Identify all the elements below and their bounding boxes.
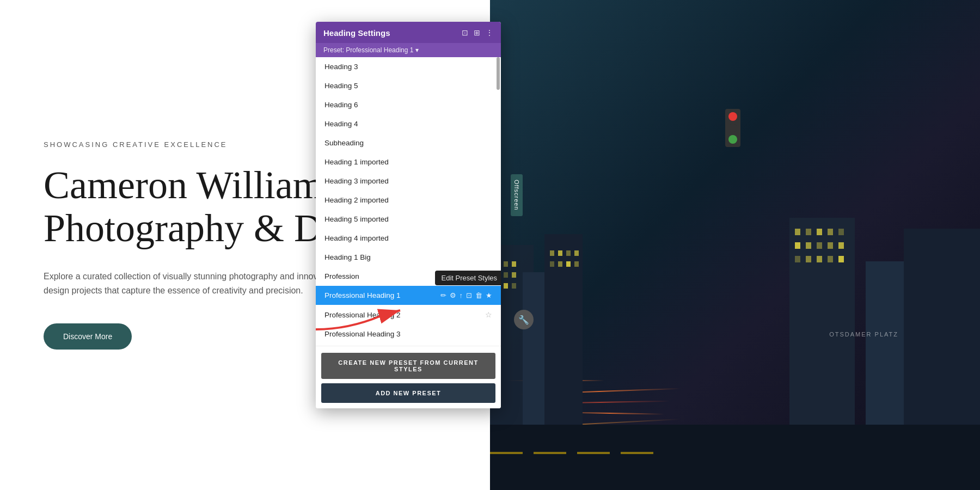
list-item-label: Heading 3 imported xyxy=(324,177,389,185)
list-item-heading4-imported[interactable]: Heading 4 imported xyxy=(316,229,501,248)
split-icon[interactable]: ⊞ xyxy=(474,28,480,38)
svg-rect-17 xyxy=(558,261,562,267)
panel-bottom: CREATE NEW PRESET FROM CURRENT STYLES AD… xyxy=(316,346,501,408)
star-icon-active[interactable]: ★ xyxy=(486,291,492,299)
list-item-label: Professional Heading 3 xyxy=(324,330,401,338)
list-item-heading3-imported[interactable]: Heading 3 imported xyxy=(316,171,501,191)
traffic-light-green xyxy=(728,135,737,144)
svg-rect-25 xyxy=(817,229,822,235)
description: Explore a curated collection of visually… xyxy=(44,270,359,297)
list-item-label: Heading 5 imported xyxy=(324,215,389,223)
list-item-professional-heading2[interactable]: Professional Heading 2 ☆ xyxy=(316,305,501,324)
list-item-label: Heading 6 xyxy=(324,101,358,109)
list-item-label: Professional Heading 2 xyxy=(324,311,401,319)
svg-rect-35 xyxy=(817,256,822,262)
svg-rect-18 xyxy=(566,261,571,267)
svg-rect-11 xyxy=(512,283,516,289)
svg-rect-38 xyxy=(490,425,980,490)
wrench-button[interactable]: 🔧 xyxy=(514,310,534,329)
svg-rect-10 xyxy=(504,283,508,289)
preset-list[interactable]: Heading 3 Heading 5 Heading 6 Heading 4 … xyxy=(316,57,501,346)
svg-rect-37 xyxy=(838,256,844,262)
list-item-heading3[interactable]: Heading 3 xyxy=(316,57,501,76)
svg-rect-29 xyxy=(806,242,811,249)
svg-rect-8 xyxy=(512,272,516,278)
svg-rect-7 xyxy=(504,272,508,278)
list-item-professional-heading1[interactable]: Professional Heading 1 ✏ Edit Preset Sty… xyxy=(316,286,501,305)
list-item-heading2-imported[interactable]: Heading 2 imported xyxy=(316,191,501,210)
list-item-heading4[interactable]: Heading 4 xyxy=(316,114,501,133)
sign-text-1: OTSDAMER PLATZ xyxy=(829,331,898,338)
svg-rect-40 xyxy=(534,452,566,454)
list-item-label: Heading 4 imported xyxy=(324,234,389,242)
svg-rect-36 xyxy=(828,256,833,262)
list-item-label: Heading 4 xyxy=(324,120,358,128)
list-item-label: Heading 3 xyxy=(324,63,358,71)
svg-rect-30 xyxy=(817,242,822,249)
list-item-profession[interactable]: Profession xyxy=(316,267,501,286)
panel-header: Heading Settings ⊡ ⊞ ⋮ xyxy=(316,22,501,43)
list-item-label: Professional Heading 1 xyxy=(324,291,401,299)
list-item-subheading[interactable]: Subheading xyxy=(316,133,501,152)
list-item-heading1-imported[interactable]: Heading 1 imported xyxy=(316,152,501,171)
svg-rect-13 xyxy=(558,250,562,256)
panel-header-icons: ⊡ ⊞ ⋮ xyxy=(462,28,493,38)
svg-rect-39 xyxy=(490,452,523,454)
list-item-label: Subheading xyxy=(324,139,364,147)
svg-rect-5 xyxy=(512,261,516,267)
list-item-heading6[interactable]: Heading 6 xyxy=(316,95,501,114)
svg-rect-31 xyxy=(828,242,833,249)
list-item-heading5-imported[interactable]: Heading 5 imported xyxy=(316,210,501,229)
discover-button[interactable]: Discover More xyxy=(44,323,132,350)
svg-rect-19 xyxy=(574,261,579,267)
copy-icon[interactable]: ⊡ xyxy=(466,291,472,299)
svg-rect-14 xyxy=(566,250,571,256)
svg-rect-26 xyxy=(828,229,833,235)
svg-rect-32 xyxy=(838,242,844,249)
svg-rect-42 xyxy=(621,452,653,454)
offscreen-pill: Offscreen xyxy=(511,174,523,216)
list-item-professional-heading3[interactable]: Professional Heading 3 xyxy=(316,324,501,344)
svg-rect-12 xyxy=(550,250,554,256)
traffic-light-yellow xyxy=(728,124,737,132)
item-actions: ✏ Edit Preset Styles ⚙ ↑ ⊡ 🗑 ★ xyxy=(440,291,493,299)
trash-icon[interactable]: 🗑 xyxy=(475,291,482,299)
pencil-icon[interactable]: ✏ Edit Preset Styles xyxy=(440,291,446,299)
svg-rect-15 xyxy=(574,250,579,256)
svg-rect-23 xyxy=(795,229,800,235)
svg-rect-24 xyxy=(806,229,811,235)
svg-rect-4 xyxy=(504,261,508,267)
svg-rect-34 xyxy=(806,256,811,262)
heading-settings-panel: Heading Settings ⊡ ⊞ ⋮ Preset: Professio… xyxy=(316,22,501,408)
list-item-heading1-big[interactable]: Heading 1 Big xyxy=(316,248,501,267)
traffic-light xyxy=(725,109,740,147)
list-item-label: Heading 1 imported xyxy=(324,158,389,166)
more-icon[interactable]: ⋮ xyxy=(486,28,493,38)
svg-rect-16 xyxy=(550,261,554,267)
list-item-professional-heading4[interactable]: Professional Heading 4 xyxy=(316,344,501,346)
svg-rect-33 xyxy=(795,256,800,262)
right-background: OTSDAMER PLATZ xyxy=(490,0,980,490)
svg-rect-28 xyxy=(795,242,800,249)
list-item-label: Profession xyxy=(324,272,359,280)
list-item-label: Heading 2 imported xyxy=(324,196,389,204)
add-preset-button[interactable]: ADD NEW PRESET xyxy=(321,383,495,403)
list-item-heading5[interactable]: Heading 5 xyxy=(316,76,501,95)
maximize-icon[interactable]: ⊡ xyxy=(462,28,468,38)
upload-icon[interactable]: ↑ xyxy=(460,291,463,299)
traffic-light-red xyxy=(728,112,737,121)
list-item-label: Heading 1 Big xyxy=(324,253,371,261)
list-item-label: Heading 5 xyxy=(324,82,358,90)
svg-rect-27 xyxy=(838,229,844,235)
gear-icon[interactable]: ⚙ xyxy=(450,291,456,299)
panel-title: Heading Settings xyxy=(323,28,390,38)
preset-bar[interactable]: Preset: Professional Heading 1 ▾ xyxy=(316,43,501,57)
svg-rect-41 xyxy=(577,452,610,454)
create-preset-button[interactable]: CREATE NEW PRESET FROM CURRENT STYLES xyxy=(321,353,495,379)
preset-label: Preset: Professional Heading 1 ▾ xyxy=(323,46,419,54)
star-icon-inactive[interactable]: ☆ xyxy=(485,310,492,319)
